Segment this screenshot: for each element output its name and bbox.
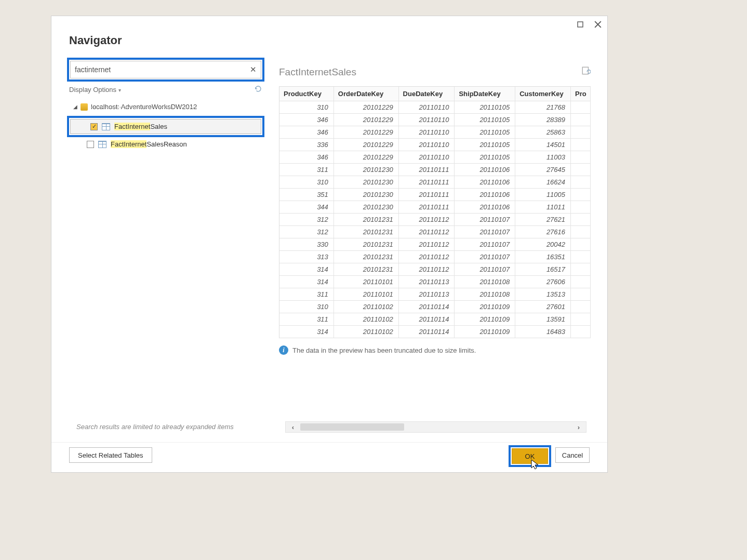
- grid-row[interactable]: 35120101230201101112011010611005: [279, 189, 591, 201]
- grid-cell: 20110110: [399, 114, 455, 126]
- refresh-icon[interactable]: [254, 85, 262, 95]
- column-header[interactable]: CustomerKey: [515, 87, 571, 101]
- database-node[interactable]: ◢ localhost: AdventureWorksDW2012: [67, 101, 264, 113]
- grid-row[interactable]: 31020110102201101142011010927601: [279, 301, 591, 313]
- grid-cell: 311: [279, 164, 334, 176]
- grid-cell: 310: [279, 101, 334, 113]
- grid-row[interactable]: 31420110102201101142011010916483: [279, 326, 591, 338]
- grid-cell: 11011: [515, 201, 571, 213]
- refresh-preview-icon[interactable]: [581, 66, 591, 78]
- grid-cell: 27601: [515, 301, 571, 313]
- grid-row[interactable]: 31120101230201101112011010627645: [279, 164, 591, 176]
- grid-row[interactable]: 34620101229201101102011010511003: [279, 151, 591, 164]
- grid-cell: 313: [279, 251, 334, 263]
- grid-row[interactable]: 33620101229201101102011010514501: [279, 139, 591, 151]
- search-box[interactable]: ✕: [70, 61, 261, 78]
- grid-cell: 20110109: [455, 313, 515, 325]
- ok-button[interactable]: OK: [512, 448, 548, 464]
- grid-cell: 20110107: [455, 226, 515, 238]
- grid-cell: 28389: [515, 114, 571, 126]
- grid-cell: 16624: [515, 176, 571, 188]
- grid-row[interactable]: 31020101230201101112011010616624: [279, 176, 591, 189]
- cancel-button[interactable]: Cancel: [555, 447, 590, 463]
- grid-cell: 20110112: [399, 263, 455, 275]
- column-header[interactable]: ProductKey: [279, 87, 334, 101]
- table-row-factinternetsalesreason[interactable]: FactInternetSalesReason: [67, 137, 264, 151]
- clear-search-icon[interactable]: ✕: [250, 65, 257, 74]
- checkbox-icon[interactable]: ✓: [90, 123, 98, 130]
- scroll-right-icon[interactable]: ›: [571, 423, 586, 431]
- search-input[interactable]: [75, 65, 250, 74]
- grid-cell: [571, 226, 591, 238]
- grid-cell: 21768: [515, 101, 571, 113]
- close-icon[interactable]: [594, 20, 602, 29]
- grid-cell: 20110111: [399, 176, 455, 188]
- grid-row[interactable]: 34620101229201101102011010525863: [279, 126, 591, 139]
- grid-cell: [571, 189, 591, 201]
- grid-cell: 11005: [515, 189, 571, 201]
- grid-cell: 20101229: [334, 126, 399, 138]
- table-icon: [102, 123, 110, 130]
- database-icon: [81, 103, 88, 111]
- checkbox-icon[interactable]: [87, 141, 94, 148]
- grid-cell: 20110113: [399, 276, 455, 288]
- select-related-tables-button[interactable]: Select Related Tables: [69, 447, 152, 463]
- grid-row[interactable]: 31220101231201101122011010727621: [279, 214, 591, 226]
- grid-cell: 27606: [515, 276, 571, 288]
- grid-cell: 16517: [515, 263, 571, 275]
- grid-cell: 20101231: [334, 263, 399, 275]
- tree-panel: ✕ Display Options▾ ◢ localhost: Adventur…: [67, 58, 264, 151]
- grid-cell: 20110112: [399, 238, 455, 250]
- grid-row[interactable]: 31020101229201101102011010521768: [279, 101, 591, 114]
- grid-row[interactable]: 34620101229201101102011010528389: [279, 114, 591, 126]
- grid-cell: [571, 176, 591, 188]
- grid-cell: 16483: [515, 326, 571, 338]
- grid-cell: 20110101: [334, 288, 399, 300]
- grid-cell: [571, 313, 591, 325]
- column-header[interactable]: DueDateKey: [399, 87, 455, 101]
- grid-row[interactable]: 31420110101201101132011010827606: [279, 276, 591, 288]
- grid-cell: 346: [279, 126, 334, 138]
- grid-row[interactable]: 31120110101201101132011010813513: [279, 288, 591, 301]
- grid-cell: 330: [279, 238, 334, 250]
- grid-row[interactable]: 31120110102201101142011010913591: [279, 313, 591, 326]
- grid-row[interactable]: 34420101230201101112011010611011: [279, 201, 591, 214]
- grid-row[interactable]: 31220101231201101122011010727616: [279, 226, 591, 238]
- horizontal-scrollbar[interactable]: ‹ ›: [285, 421, 586, 433]
- grid-row[interactable]: 33020101231201101122011010720042: [279, 238, 591, 251]
- grid-cell: 20110105: [455, 114, 515, 126]
- table-label: FactInternetSales: [114, 123, 167, 130]
- grid-cell: 351: [279, 189, 334, 201]
- grid-cell: [571, 151, 591, 163]
- grid-cell: [571, 114, 591, 126]
- scroll-thumb[interactable]: [300, 423, 404, 431]
- column-header[interactable]: Pro: [571, 87, 591, 101]
- grid-cell: 20110102: [334, 313, 399, 325]
- titlebar-controls: [576, 20, 602, 29]
- grid-cell: [571, 139, 591, 151]
- grid-cell: 20110106: [455, 189, 515, 201]
- info-icon: i: [279, 345, 288, 355]
- preview-panel: FactInternetSales ProductKeyOrderDateKey…: [279, 66, 591, 355]
- table-row-factinternetsales[interactable]: ✓ FactInternetSales: [70, 119, 261, 134]
- display-options[interactable]: Display Options▾: [67, 85, 264, 95]
- column-header[interactable]: ShipDateKey: [455, 87, 515, 101]
- highlight-selected-table: ✓ FactInternetSales: [67, 116, 264, 137]
- grid-cell: [571, 288, 591, 300]
- grid-cell: 20101231: [334, 214, 399, 225]
- grid-cell: 314: [279, 276, 334, 288]
- grid-row[interactable]: 31320101231201101122011010716351: [279, 251, 591, 263]
- grid-cell: 27616: [515, 226, 571, 238]
- scroll-left-icon[interactable]: ‹: [286, 423, 300, 431]
- grid-cell: 20110106: [455, 176, 515, 188]
- maximize-icon[interactable]: [576, 20, 584, 29]
- grid-cell: 20101230: [334, 201, 399, 213]
- highlight-search: ✕: [67, 58, 264, 82]
- grid-row[interactable]: 31420101231201101122011010716517: [279, 263, 591, 276]
- database-label: localhost: AdventureWorksDW2012: [91, 103, 197, 111]
- display-options-label: Display Options: [69, 86, 116, 94]
- column-header[interactable]: OrderDateKey: [334, 87, 399, 101]
- grid-cell: 310: [279, 176, 334, 188]
- grid-cell: [571, 238, 591, 250]
- grid-cell: 20110108: [455, 276, 515, 288]
